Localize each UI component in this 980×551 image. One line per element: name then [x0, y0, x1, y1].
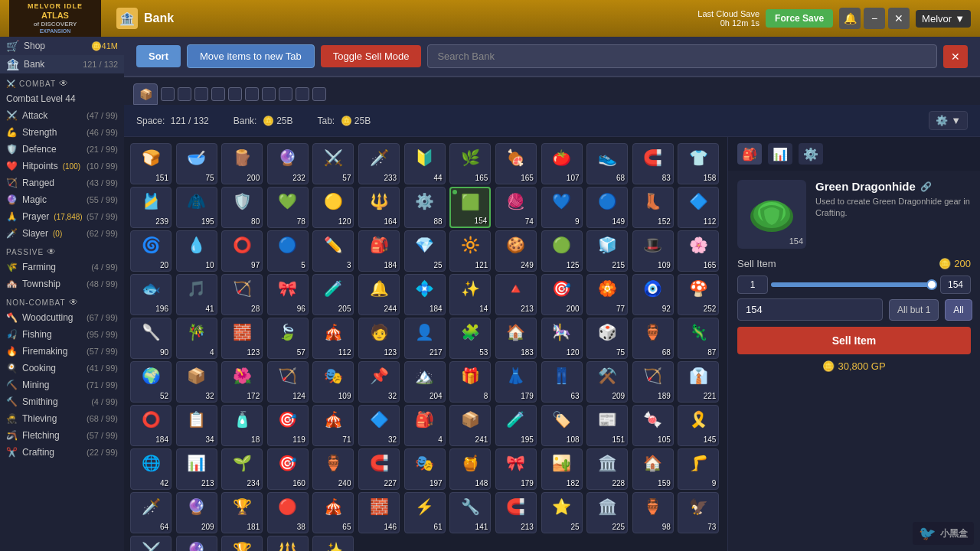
- bank-item-54[interactable]: 🧱123: [221, 318, 263, 359]
- bank-item-85[interactable]: 📦241: [449, 405, 491, 446]
- search-input[interactable]: [427, 44, 937, 68]
- bank-item-110[interactable]: ⚡61: [404, 492, 446, 533]
- tab-checkbox-9[interactable]: [296, 87, 309, 101]
- bank-item-120[interactable]: 🔱: [267, 536, 309, 551]
- bank-item-15[interactable]: 🛡️80: [221, 187, 263, 228]
- sidebar-item-slayer[interactable]: 🗡️ Slayer (0) (62 / 99): [0, 225, 124, 242]
- sidebar-item-combat-level[interactable]: Combat Level 44: [0, 90, 124, 107]
- bank-item-107[interactable]: 🔴38: [267, 492, 309, 533]
- sidebar-item-mining[interactable]: ⛏️Mining (71 / 99): [0, 377, 124, 393]
- bank-item-91[interactable]: 🌐42: [130, 448, 172, 490]
- bank-item-48[interactable]: 🎯200: [541, 274, 583, 315]
- bank-item-102[interactable]: 🏠159: [632, 448, 674, 490]
- force-save-button[interactable]: Force Save: [766, 9, 833, 28]
- bank-item-69[interactable]: 🎭109: [312, 361, 354, 403]
- bank-item-94[interactable]: 🎯160: [267, 448, 309, 490]
- minus-icon[interactable]: −: [864, 8, 885, 29]
- tab-checkbox-5[interactable]: [228, 87, 242, 101]
- sidebar-item-magic[interactable]: 🔮Magic (55 / 99): [0, 191, 124, 208]
- bank-item-23[interactable]: 🔵149: [586, 187, 628, 228]
- bank-item-68[interactable]: 🏹124: [267, 361, 309, 403]
- bank-tab-all[interactable]: 📦: [133, 83, 158, 105]
- bank-item-112[interactable]: 🧲213: [495, 492, 537, 533]
- bank-item-111[interactable]: 🔧141: [449, 492, 491, 533]
- bank-item-108[interactable]: 🎪65: [312, 492, 354, 533]
- sidebar-item-prayer[interactable]: 🙏 Prayer (17,848) (57 / 99): [0, 208, 124, 225]
- bank-item-49[interactable]: 🏵️77: [586, 274, 628, 315]
- bank-item-61[interactable]: 🎠120: [541, 318, 583, 359]
- bank-item-55[interactable]: 🍃57: [267, 318, 309, 359]
- bank-item-62[interactable]: 🎲75: [586, 318, 628, 359]
- bank-item-56[interactable]: 🎪112: [312, 318, 354, 359]
- search-clear-button[interactable]: ✕: [943, 45, 968, 68]
- sidebar-item-farming[interactable]: 🌾Farming (4 / 99): [0, 259, 124, 276]
- bank-item-119[interactable]: 🏆: [221, 536, 263, 551]
- bank-item-33[interactable]: 🔆121: [449, 230, 491, 272]
- bank-item-52[interactable]: 🥄90: [130, 318, 172, 359]
- bank-item-4[interactable]: ⚔️57: [312, 143, 354, 184]
- tab-checkbox-1[interactable]: [161, 87, 175, 101]
- bank-item-18[interactable]: 🔱164: [358, 187, 400, 228]
- bank-item-78[interactable]: ⭕184: [130, 405, 172, 446]
- all-but-1-button[interactable]: All but 1: [889, 299, 939, 321]
- bank-item-17[interactable]: 🟡120: [312, 187, 354, 228]
- bank-item-104[interactable]: 🗡️64: [130, 492, 172, 533]
- item-wiki-icon[interactable]: 🔗: [920, 181, 932, 192]
- bank-item-28[interactable]: ⭕97: [221, 230, 263, 272]
- bank-item-97[interactable]: 🎭197: [404, 448, 446, 490]
- bank-item-34[interactable]: 🍪249: [495, 230, 537, 272]
- sidebar-item-defence[interactable]: 🛡️Defence (21 / 99): [0, 141, 124, 158]
- bank-grid-container[interactable]: 🍞151🥣75🪵200🔮232⚔️57🗡️233🔰44🌿165🍖165🍅107👟…: [124, 137, 727, 551]
- bank-item-47[interactable]: 🔺213: [495, 274, 537, 315]
- bank-item-115[interactable]: 🏺98: [632, 492, 674, 533]
- bank-item-24[interactable]: 👢152: [632, 187, 674, 228]
- bank-item-113[interactable]: ⭐25: [541, 492, 583, 533]
- bank-item-81[interactable]: 🎯119: [267, 405, 309, 446]
- bank-item-70[interactable]: 📌32: [358, 361, 400, 403]
- sidebar-item-smithing[interactable]: 🔨Smithing (4 / 99): [0, 393, 124, 410]
- move-items-button[interactable]: Move items to new Tab: [187, 44, 315, 68]
- bank-item-60[interactable]: 🏠183: [495, 318, 537, 359]
- bank-item-16[interactable]: 💚78: [267, 187, 309, 228]
- bank-item-96[interactable]: 🧲227: [358, 448, 400, 490]
- bank-item-29[interactable]: 🔵5: [267, 230, 309, 272]
- bank-item-63[interactable]: 🏺68: [632, 318, 674, 359]
- bank-item-40[interactable]: 🎵41: [176, 274, 217, 315]
- sidebar-item-crafting[interactable]: ✂️Crafting (22 / 99): [0, 444, 124, 461]
- bank-item-117[interactable]: ⚔️64: [130, 536, 172, 551]
- tab-checkbox-6[interactable]: [245, 87, 259, 101]
- bank-item-30[interactable]: ✏️3: [312, 230, 354, 272]
- sidebar-item-township[interactable]: 🏘️Township (48 / 99): [0, 276, 124, 292]
- bank-item-35[interactable]: 🟢125: [541, 230, 583, 272]
- bank-item-42[interactable]: 🎀96: [267, 274, 309, 315]
- bank-item-1[interactable]: 🥣75: [176, 143, 217, 184]
- bank-item-105[interactable]: 🔮209: [176, 492, 217, 533]
- sidebar-item-shop[interactable]: 🛒 Shop 🪙41M: [0, 37, 124, 55]
- bank-item-79[interactable]: 📋34: [176, 405, 217, 446]
- bank-item-66[interactable]: 📦32: [176, 361, 217, 403]
- bank-item-83[interactable]: 🔷32: [358, 405, 400, 446]
- bank-item-67[interactable]: 🌺172: [221, 361, 263, 403]
- tab-checkbox-10[interactable]: [312, 87, 326, 101]
- bank-item-13[interactable]: 🎽239: [130, 187, 172, 228]
- bank-item-44[interactable]: 🔔244: [358, 274, 400, 315]
- bank-item-53[interactable]: 🎋4: [176, 318, 217, 359]
- sidebar-item-ranged[interactable]: 🏹Ranged (43 / 99): [0, 174, 124, 191]
- bank-item-90[interactable]: 🎗️145: [678, 405, 719, 446]
- sidebar-item-thieving[interactable]: 🥷Thieving (68 / 99): [0, 410, 124, 427]
- bank-item-103[interactable]: 🦵9: [678, 448, 719, 490]
- bank-item-101[interactable]: 🏛️228: [586, 448, 628, 490]
- tab-checkbox-2[interactable]: [178, 87, 191, 101]
- sell-item-button[interactable]: Sell Item: [737, 327, 971, 354]
- bank-item-31[interactable]: 🎒184: [358, 230, 400, 272]
- all-button[interactable]: All: [945, 299, 972, 321]
- bank-item-36[interactable]: 🧊215: [586, 230, 628, 272]
- bank-item-76[interactable]: 🏹189: [632, 361, 674, 403]
- sidebar-item-firemaking[interactable]: 🔥Firemaking (57 / 99): [0, 343, 124, 360]
- sell-qty-min-input[interactable]: [737, 276, 768, 294]
- bank-item-114[interactable]: 🏛️225: [586, 492, 628, 533]
- bank-item-5[interactable]: 🗡️233: [358, 143, 400, 184]
- bank-item-45[interactable]: 💠184: [404, 274, 446, 315]
- bank-item-75[interactable]: ⚒️209: [586, 361, 628, 403]
- close-icon[interactable]: ✕: [888, 8, 910, 29]
